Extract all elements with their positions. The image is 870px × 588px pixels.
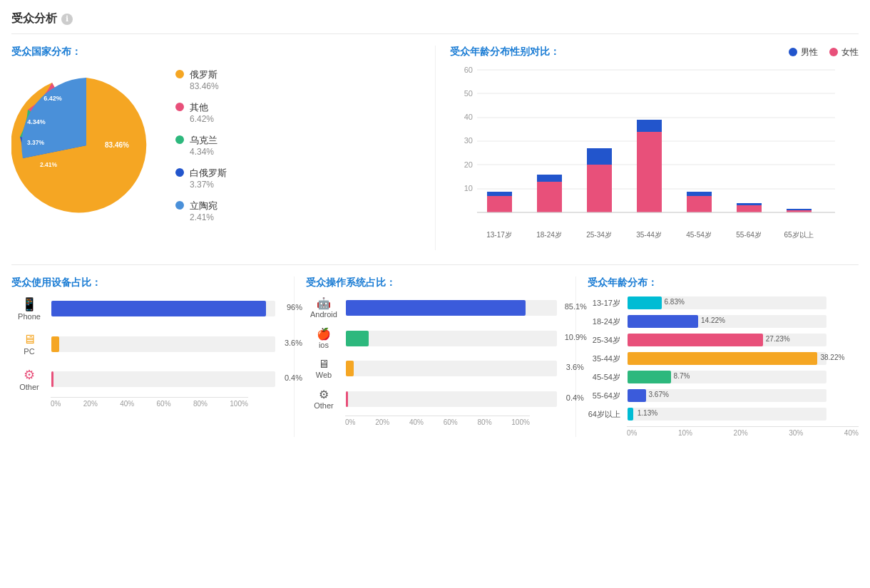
os-row-other: ⚙ Other 0.4% [306, 388, 557, 410]
age-dist-row-7: 64岁以上 1.13% [588, 408, 826, 421]
svg-rect-30 [687, 196, 712, 212]
age-dist-row-3: 25-34岁 27.23% [588, 334, 826, 346]
svg-text:20: 20 [464, 160, 473, 169]
legend-item-belarus: 白俄罗斯3.37% [175, 167, 227, 190]
age-dist-row-1: 13-17岁 6.83% [588, 296, 826, 309]
age-dist-section: 受众年龄分布： 13-17岁 6.83% 18-24岁 14.22% 25 [576, 277, 859, 437]
svg-text:55-64岁: 55-64岁 [736, 231, 762, 239]
os-section: 受众操作系统占比： 🤖 Android 85.1% 🍎 ios [294, 277, 576, 437]
svg-text:10: 10 [464, 184, 473, 192]
svg-rect-28 [637, 120, 662, 132]
age-gender-section: 受众年龄分布性别对比： 男性 女性 [435, 46, 859, 250]
age-dist-chart: 13-17岁 6.83% 18-24岁 14.22% 25-34岁 [588, 296, 859, 421]
male-legend: 男性 [789, 46, 818, 58]
age-dist-row-6: 55-64岁 3.67% [588, 389, 826, 402]
svg-text:25-34岁: 25-34岁 [586, 231, 612, 239]
svg-text:40: 40 [464, 113, 473, 121]
pie-legend: 俄罗斯83.46% 其他6.42% 乌克兰4.34% 白俄罗斯3.37% 立陶宛… [175, 68, 227, 222]
svg-text:45-54岁: 45-54岁 [686, 231, 712, 239]
age-gender-title: 受众年龄分布性别对比： [450, 46, 560, 58]
svg-rect-34 [737, 203, 762, 205]
svg-text:60: 60 [464, 66, 473, 74]
svg-rect-25 [587, 148, 612, 165]
os-row-web: 🖥 Web 3.6% [306, 358, 557, 379]
age-dist-row-5: 45-54岁 8.7% [588, 371, 826, 383]
device-section: 受众使用设备占比： 📱 Phone 96% 🖥 PC [11, 277, 294, 437]
device-row-pc: 🖥 PC 3.6% [11, 332, 275, 356]
svg-text:3.37%: 3.37% [27, 139, 45, 146]
svg-text:35-44岁: 35-44岁 [636, 231, 662, 239]
svg-text:6.42%: 6.42% [44, 95, 62, 102]
svg-text:13-17岁: 13-17岁 [486, 231, 512, 239]
svg-rect-37 [787, 209, 812, 210]
svg-rect-33 [737, 205, 762, 212]
info-icon[interactable]: ℹ [61, 14, 73, 25]
legend-item-lithuania: 立陶宛2.41% [175, 200, 227, 222]
svg-text:4.34%: 4.34% [27, 118, 46, 125]
svg-rect-19 [487, 192, 512, 196]
device-row-other: ⚙ Other 0.4% [11, 367, 275, 391]
device-row-phone: 📱 Phone 96% [11, 296, 275, 321]
device-chart: 📱 Phone 96% 🖥 PC 3.6% [11, 296, 282, 391]
svg-rect-24 [587, 165, 612, 212]
pie-chart: 83.46% 6.42% 4.34% 3.37% 2.41% [11, 71, 161, 220]
svg-text:18-24岁: 18-24岁 [536, 231, 562, 239]
svg-rect-27 [637, 132, 662, 212]
svg-rect-31 [687, 192, 712, 196]
female-legend: 女性 [829, 46, 859, 58]
legend-item-ukraine: 乌克兰4.34% [175, 134, 227, 157]
legend-item-russia: 俄罗斯83.46% [175, 68, 227, 91]
svg-rect-21 [537, 182, 562, 212]
bottom-row: 受众使用设备占比： 📱 Phone 96% 🖥 PC [11, 264, 859, 437]
device-section-title: 受众使用设备占比： [11, 277, 282, 289]
country-section: 受众国家分布： 83.46% 6.42% [11, 46, 435, 250]
os-chart: 🤖 Android 85.1% 🍎 ios 10.9% [306, 296, 564, 410]
country-section-title: 受众国家分布： [11, 46, 421, 58]
age-dist-row-2: 18-24岁 14.22% [588, 315, 826, 328]
svg-text:83.46%: 83.46% [105, 141, 129, 149]
legend-item-other: 其他6.42% [175, 101, 227, 124]
age-gender-chart: 60 50 40 30 20 10 13-17岁 18-24岁 [450, 63, 859, 250]
os-section-title: 受众操作系统占比： [306, 277, 564, 289]
svg-text:2.41%: 2.41% [40, 161, 58, 168]
os-row-android: 🤖 Android 85.1% [306, 296, 557, 319]
age-dist-title: 受众年龄分布： [588, 277, 859, 289]
page-title: 受众分析 ℹ [11, 11, 859, 34]
age-dist-row-4: 35-44岁 38.22% [588, 352, 826, 365]
svg-rect-22 [537, 175, 562, 182]
svg-text:30: 30 [464, 136, 473, 145]
svg-text:65岁以上: 65岁以上 [784, 231, 813, 239]
os-row-ios: 🍎 ios 10.9% [306, 327, 557, 349]
svg-rect-18 [487, 196, 512, 212]
svg-text:50: 50 [464, 89, 473, 98]
title-text: 受众分析 [11, 11, 57, 26]
